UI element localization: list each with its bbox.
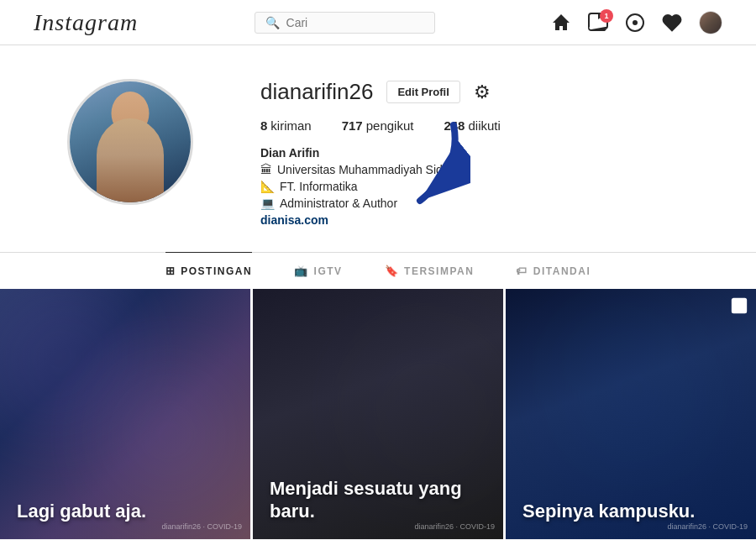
svg-point-1	[633, 20, 638, 25]
navbar: Instagram 🔍 1	[0, 0, 756, 45]
posts-count: 8	[260, 118, 267, 133]
profile-avatar	[67, 79, 193, 205]
bio-university: Universitas Muhammadiyah Sidoarjo	[277, 163, 469, 176]
tab-ditandai-label: DITANDAI	[533, 265, 591, 277]
followers-stat[interactable]: 717 pengikut	[342, 118, 414, 133]
search-input[interactable]	[286, 16, 424, 29]
activity-badge: 1	[600, 9, 613, 23]
post-3-watermark: dianarifin26 · COVID-19	[667, 522, 748, 531]
tabs-section: ⊞ POSTINGAN 📺 IGTV 🔖 TERSIMPAN 🏷 DITANDA…	[0, 252, 756, 289]
post-item-1[interactable]: Lagi gabut aja. dianarifin26 · COVID-19	[0, 289, 250, 539]
post-1-watermark: dianarifin26 · COVID-19	[161, 522, 242, 531]
profile-stats: 8 kiriman 717 pengikut 248 diikuti	[260, 118, 689, 133]
post-2-watermark: dianarifin26 · COVID-19	[414, 522, 495, 531]
post-bg-2: Menjadi sesuatu yang baru. dianarifin26 …	[253, 289, 503, 539]
role-emoji: 💻	[260, 197, 275, 210]
followers-count: 717	[342, 118, 363, 133]
bio-role-line: 💻 Administrator & Author	[260, 197, 689, 210]
post-1-text: Lagi gabut aja.	[17, 501, 146, 522]
navbar-icons: 1	[551, 11, 722, 34]
tab-tersimpan-label: TERSIMPAN	[404, 265, 474, 277]
bio-website[interactable]: dianisa.com	[260, 213, 689, 227]
tab-igtv-label: IGTV	[314, 265, 343, 277]
activity-nav-icon[interactable]: 1	[588, 13, 608, 33]
search-icon: 🔍	[265, 16, 280, 29]
university-emoji: 🏛	[260, 163, 272, 176]
profile-header: dianarifin26 Edit Profil ⚙ 8 kiriman 717…	[0, 45, 756, 252]
bio-faculty: FT. Informatika	[280, 180, 358, 193]
profile-avatar-img	[70, 81, 191, 202]
tab-tersimpan[interactable]: 🔖 TERSIMPAN	[385, 252, 475, 289]
faculty-emoji: 📐	[260, 180, 275, 193]
edit-profile-button[interactable]: Edit Profil	[386, 81, 459, 103]
home-nav-icon[interactable]	[551, 13, 571, 33]
profile-container: dianarifin26 Edit Profil ⚙ 8 kiriman 717…	[0, 45, 756, 539]
following-stat[interactable]: 248 diikuti	[444, 118, 500, 133]
heart-nav-icon[interactable]	[662, 13, 682, 33]
post-item-3[interactable]: Sepinya kampusku. dianarifin26 · COVID-1…	[506, 289, 756, 539]
search-bar[interactable]: 🔍	[255, 12, 435, 34]
settings-icon[interactable]: ⚙	[474, 81, 491, 103]
tab-postingan-label: POSTINGAN	[181, 265, 252, 277]
tersimpan-icon: 🔖	[385, 265, 400, 277]
tab-igtv[interactable]: 📺 IGTV	[294, 252, 343, 289]
post-bg-1: Lagi gabut aja. dianarifin26 · COVID-19	[0, 289, 250, 539]
avatar-body	[97, 118, 164, 202]
bio-faculty-line: 📐 FT. Informatika	[260, 180, 689, 193]
posts-stat: 8 kiriman	[260, 118, 312, 133]
instagram-logo: Instagram	[34, 9, 138, 36]
bio-university-line: 🏛 Universitas Muhammadiyah Sidoarjo	[260, 163, 689, 176]
following-count: 248	[444, 118, 465, 133]
followers-label: pengikut	[366, 118, 414, 133]
post-item-2[interactable]: Menjadi sesuatu yang baru. dianarifin26 …	[253, 289, 503, 539]
profile-nav-avatar[interactable]	[699, 11, 722, 34]
ditandai-icon: 🏷	[516, 265, 528, 277]
postingan-icon: ⊞	[165, 265, 176, 277]
explore-nav-icon[interactable]	[625, 13, 645, 33]
posts-label: kiriman	[270, 118, 311, 133]
posts-grid: Lagi gabut aja. dianarifin26 · COVID-19 …	[0, 289, 756, 539]
profile-wrapper: dianarifin26 Edit Profil ⚙ 8 kiriman 717…	[0, 45, 756, 539]
profile-nav-avatar-img	[700, 12, 722, 34]
profile-username: dianarifin26	[260, 79, 373, 105]
post-3-badge	[731, 297, 748, 317]
igtv-icon: 📺	[294, 265, 309, 277]
post-2-text: Menjadi sesuatu yang baru.	[270, 478, 486, 522]
following-label: diikuti	[468, 118, 500, 133]
bio-name: Dian Arifin	[260, 146, 689, 160]
tab-ditandai[interactable]: 🏷 DITANDAI	[516, 252, 591, 289]
profile-top-row: dianarifin26 Edit Profil ⚙	[260, 79, 689, 105]
bio-role: Administrator & Author	[280, 197, 397, 210]
post-bg-3: Sepinya kampusku. dianarifin26 · COVID-1…	[506, 289, 756, 539]
bio-section: Dian Arifin 🏛 Universitas Muhammadiyah S…	[260, 146, 689, 227]
svg-rect-2	[732, 299, 747, 313]
post-3-text: Sepinya kampusku.	[522, 501, 695, 522]
tab-postingan[interactable]: ⊞ POSTINGAN	[165, 252, 252, 289]
profile-info: dianarifin26 Edit Profil ⚙ 8 kiriman 717…	[260, 79, 689, 227]
